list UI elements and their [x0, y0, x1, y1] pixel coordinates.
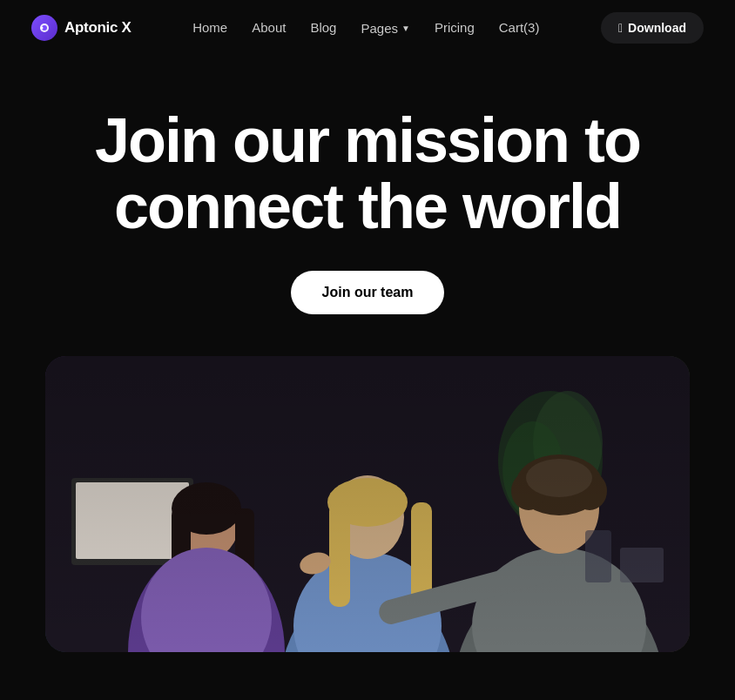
nav-item-blog[interactable]: Blog	[310, 20, 336, 36]
hero-title: Join our mission to connect the world	[95, 108, 640, 239]
join-team-button[interactable]: Join our team	[291, 271, 445, 314]
apple-icon: 	[618, 21, 623, 35]
nav-links: Home About Blog Pages ▼ Pricing Cart(3)	[192, 20, 539, 36]
navbar: Aptonic X Home About Blog Pages ▼ Pricin…	[0, 0, 735, 56]
hero-section: Join our mission to connect the world Jo…	[0, 56, 735, 687]
logo[interactable]: Aptonic X	[31, 15, 131, 41]
hero-image	[45, 356, 690, 652]
nav-item-home[interactable]: Home	[192, 20, 227, 36]
nav-item-pricing[interactable]: Pricing	[435, 20, 475, 36]
svg-rect-32	[45, 356, 690, 652]
logo-icon	[31, 15, 57, 41]
svg-point-2	[41, 27, 44, 30]
nav-item-about[interactable]: About	[252, 20, 286, 36]
logo-text: Aptonic X	[64, 19, 131, 37]
hero-image-bg	[45, 356, 690, 652]
scene-svg	[45, 356, 690, 652]
download-button[interactable]:  Download	[601, 12, 704, 44]
nav-item-cart[interactable]: Cart(3)	[499, 20, 540, 36]
nav-item-pages[interactable]: Pages ▼	[361, 21, 409, 36]
chevron-down-icon: ▼	[401, 24, 410, 33]
